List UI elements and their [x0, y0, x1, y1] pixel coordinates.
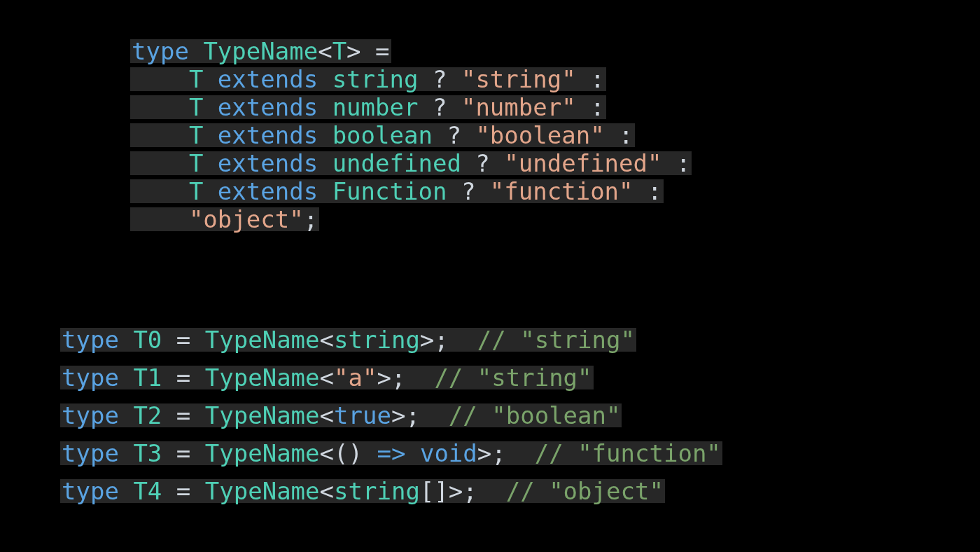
code-line: T extends Function ? "function" :	[130, 179, 664, 203]
code-line: type T0 = TypeName<string>; // "string"	[60, 328, 636, 352]
token-comment: // "boolean"	[449, 401, 621, 429]
type-definition-block: type TypeName<T> = T extends string ? "s…	[130, 39, 692, 235]
code-line: T extends boolean ? "boolean" :	[130, 123, 635, 147]
token-keyword: type	[132, 37, 189, 65]
code-line: T extends number ? "number" :	[130, 95, 606, 119]
token-comment: // "function"	[535, 439, 721, 467]
code-line: type TypeName<T> =	[130, 39, 391, 63]
token-comment: // "string"	[434, 364, 592, 392]
code-line: type T3 = TypeName<() => void>; // "func…	[60, 441, 722, 465]
token-comment: // "object"	[506, 477, 664, 505]
token-comment: // "string"	[477, 326, 635, 354]
code-line: T extends string ? "string" :	[130, 67, 606, 91]
code-slide: type TypeName<T> = T extends string ? "s…	[0, 0, 980, 552]
examples-block: type T0 = TypeName<string>; // "string" …	[60, 328, 722, 507]
code-line: "object";	[130, 207, 319, 231]
code-line: T extends undefined ? "undefined" :	[130, 151, 692, 175]
code-line: type T2 = TypeName<true>; // "boolean"	[60, 403, 622, 427]
code-line: type T4 = TypeName<string[]>; // "object…	[60, 479, 665, 503]
code-line: type T1 = TypeName<"a">; // "string"	[60, 366, 594, 389]
token-typename: TypeName	[203, 37, 318, 65]
